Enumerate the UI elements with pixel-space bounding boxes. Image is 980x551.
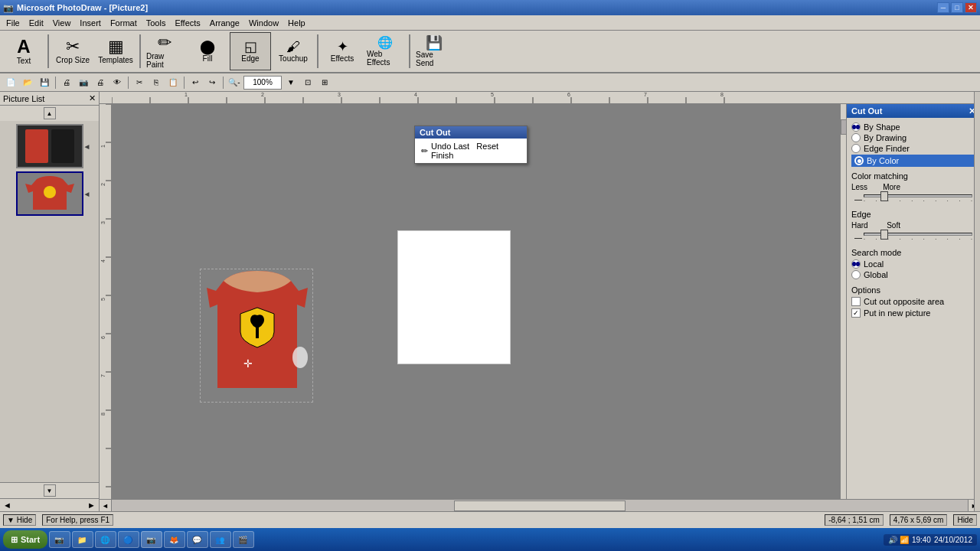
panel-title: Cut Out — [851, 106, 882, 116]
color-slider-thumb[interactable] — [880, 191, 888, 201]
camera-button[interactable]: 📷 — [76, 75, 91, 90]
pic-scroll-left[interactable]: ◄ — [3, 500, 11, 510]
zoom-level[interactable]: 100% — [243, 76, 282, 90]
taskbar-photodraw2[interactable]: 📷 — [141, 531, 162, 548]
edge-slider-thumb[interactable] — [880, 230, 888, 240]
cut-opposite-option[interactable]: Cut out opposite area — [851, 297, 975, 306]
taskbar-app-icon-8: 👥 — [215, 536, 224, 544]
minimize-button[interactable]: ─ — [937, 2, 949, 13]
global-radio[interactable] — [851, 270, 861, 279]
canvas-area[interactable]: ✛ Cut Out ✏ — [112, 104, 846, 499]
thumbnail-1[interactable] — [16, 124, 83, 168]
web-effects-icon: 🌐 — [377, 37, 393, 49]
svg-point-51 — [292, 347, 308, 368]
taskbar-media[interactable]: 🎬 — [233, 531, 254, 548]
put-new-option[interactable]: Put in new picture — [851, 308, 975, 318]
local-radio[interactable] — [851, 259, 861, 269]
menu-format[interactable]: Format — [106, 17, 142, 29]
hide-button[interactable]: Hide — [953, 514, 977, 526]
fill-tool[interactable]: ⬤ Fill — [187, 32, 228, 70]
menu-view[interactable]: View — [48, 17, 76, 29]
edge-finder-option[interactable]: Edge Finder — [851, 144, 975, 153]
h-scroll-thumb[interactable] — [454, 500, 626, 511]
templates-label: Templates — [98, 56, 133, 64]
fit-button[interactable]: ⊡ — [300, 75, 315, 90]
menu-insert[interactable]: Insert — [75, 17, 106, 29]
paste-button[interactable]: 📋 — [165, 75, 181, 90]
options-title: Options — [851, 285, 975, 295]
close-button[interactable]: ✕ — [965, 2, 977, 13]
open-button[interactable]: 📂 — [20, 75, 35, 90]
zoom-out-button[interactable]: 🔍- — [227, 75, 242, 90]
svg-text:1: 1 — [185, 92, 188, 97]
taskbar-skype[interactable]: 💬 — [187, 531, 208, 548]
maximize-button[interactable]: □ — [951, 2, 963, 13]
menu-tools[interactable]: Tools — [142, 17, 171, 29]
menu-effects[interactable]: Effects — [170, 17, 204, 29]
by-shape-option[interactable]: By Shape — [851, 122, 975, 132]
menu-help[interactable]: Help — [283, 17, 310, 29]
preview-button[interactable]: 👁 — [109, 75, 125, 90]
picture-list-close[interactable]: ✕ — [89, 93, 96, 103]
color-slider-track[interactable]: ·········· — [864, 194, 972, 204]
canvas-v-scrollbar[interactable] — [840, 104, 846, 499]
by-drawing-option[interactable]: By Drawing — [851, 133, 975, 142]
local-option[interactable]: Local — [851, 259, 975, 269]
copy-button[interactable]: ⎘ — [149, 75, 164, 90]
crop-size-tool[interactable]: ✂ Crop Size — [52, 32, 93, 70]
panel-resize-handle[interactable] — [974, 118, 980, 499]
h-scroll-left[interactable]: ◄ — [100, 500, 112, 512]
scan-button[interactable]: 🖨 — [59, 75, 74, 90]
hard-label: Hard — [851, 221, 874, 230]
v-scroll-thumb[interactable] — [841, 119, 846, 135]
edge-slider-track[interactable]: ·········· — [864, 233, 972, 242]
thumbnail-2-arrow: ◄ — [83, 190, 91, 198]
effects-tool[interactable]: ✦ Effects — [322, 32, 363, 70]
edge-tool[interactable]: ◱ Edge — [230, 32, 271, 70]
taskbar-explorer[interactable]: 📁 — [72, 531, 93, 548]
h-scroll-track[interactable] — [112, 500, 968, 512]
zoom-dropdown[interactable]: ▼ — [283, 75, 299, 90]
touchup-tool[interactable]: 🖌 Touchup — [273, 32, 314, 70]
by-drawing-radio[interactable] — [851, 133, 861, 142]
by-shape-radio[interactable] — [851, 122, 861, 132]
cut-opposite-checkbox[interactable] — [851, 297, 861, 306]
cut-button[interactable]: ✂ — [132, 75, 147, 90]
color-matching-slider-row: Less More — [851, 183, 975, 191]
actual-size-button[interactable]: ⊞ — [317, 75, 332, 90]
menu-file[interactable]: File — [2, 17, 24, 29]
draw-paint-tool[interactable]: ✏ Draw Paint — [144, 32, 185, 70]
undo-last-btn[interactable]: Undo Last Reset Finish — [431, 142, 521, 160]
save-send-tool[interactable]: 💾 Save Send — [413, 32, 455, 70]
picture-list-up[interactable]: ▲ — [44, 107, 56, 119]
global-option[interactable]: Global — [851, 270, 975, 279]
edge-finder-radio[interactable] — [851, 144, 861, 153]
taskbar-chrome[interactable]: 🔵 — [118, 531, 139, 548]
more-label: More — [877, 183, 900, 191]
save-button[interactable]: 💾 — [37, 75, 52, 90]
taskbar-photodraw[interactable]: 📷 — [49, 531, 70, 548]
start-button[interactable]: ⊞ Start — [3, 530, 47, 549]
hide-toggle[interactable]: ▼ Hide — [3, 514, 36, 526]
undo-button[interactable]: ↩ — [188, 75, 203, 90]
by-color-radio[interactable] — [854, 156, 864, 165]
text-tool[interactable]: A Text — [3, 32, 44, 70]
put-new-checkbox[interactable] — [851, 308, 861, 318]
web-effects-tool[interactable]: 🌐 Web Effects — [364, 32, 406, 70]
taskbar-browser1[interactable]: 🌐 — [95, 531, 116, 548]
taskbar-firefox[interactable]: 🦊 — [164, 531, 185, 548]
menu-edit[interactable]: Edit — [24, 17, 48, 29]
taskbar-users[interactable]: 👥 — [210, 531, 231, 548]
redo-button[interactable]: ↪ — [204, 75, 220, 90]
picture-list-down[interactable]: ▼ — [44, 484, 56, 497]
menu-window[interactable]: Window — [244, 17, 283, 29]
print-button[interactable]: 🖨 — [93, 75, 108, 90]
edge-label: Edge — [241, 54, 259, 63]
color-matching-section: Color matching Less More — — [851, 171, 975, 204]
thumbnail-2[interactable] — [16, 171, 83, 216]
pic-scroll-right[interactable]: ► — [87, 500, 96, 510]
by-color-option[interactable]: By Color — [851, 155, 975, 167]
menu-arrange[interactable]: Arrange — [205, 17, 244, 29]
new-button[interactable]: 📄 — [3, 75, 18, 90]
templates-tool[interactable]: ▦ Templates — [95, 32, 136, 70]
